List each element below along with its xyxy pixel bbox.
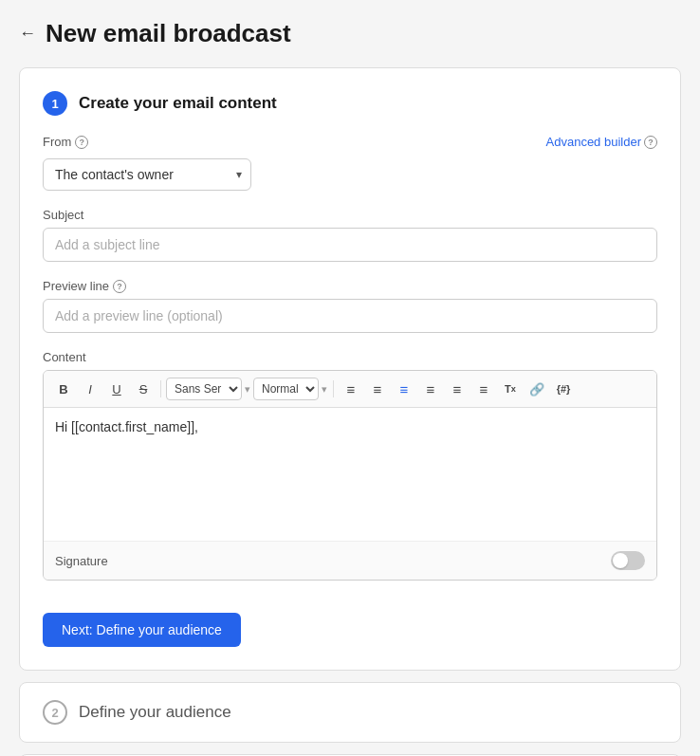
next-button[interactable]: Next: Define your audience — [43, 613, 241, 647]
align-left-button[interactable]: ≡ — [392, 377, 416, 401]
signature-bar: Signature — [44, 541, 656, 580]
step1-card: 1 Create your email content From ? Advan… — [19, 67, 681, 671]
toolbar-divider-1 — [160, 380, 161, 397]
back-button[interactable]: ← — [19, 24, 36, 44]
underline-button[interactable]: U — [104, 377, 129, 401]
editor-body[interactable]: Hi [[contact.first_name]], — [44, 408, 656, 541]
subject-label: Subject — [43, 208, 657, 222]
font-size-arrow: ▾ — [321, 383, 328, 396]
editor-container: B I U S Sans Serif Serif Monospace ▾ Nor… — [43, 370, 657, 581]
from-select-wrapper: The contact's owner Custom email ▾ — [43, 158, 251, 191]
strikethrough-button[interactable]: S — [131, 377, 156, 401]
toolbar-divider-2 — [333, 380, 334, 397]
subject-field-group: Subject — [43, 208, 657, 262]
align-right-button[interactable]: ≡ — [445, 377, 470, 401]
step2-card: 2 Define your audience — [19, 682, 681, 743]
subject-input[interactable] — [43, 228, 657, 262]
signature-label: Signature — [55, 554, 108, 568]
font-family-arrow: ▾ — [244, 383, 251, 396]
content-label: Content — [43, 350, 657, 364]
page-title: New email broadcast — [46, 19, 291, 48]
preview-line-label: Preview line ? — [43, 279, 657, 293]
signature-toggle[interactable] — [611, 551, 645, 570]
from-field-row: From ? Advanced builder ? — [43, 135, 657, 155]
step1-badge: 1 — [43, 91, 67, 116]
from-select[interactable]: The contact's owner Custom email — [43, 158, 251, 191]
content-field-group: Content B I U S Sans Serif Serif Monospa… — [43, 350, 657, 581]
ordered-list-button[interactable]: ≡ — [339, 377, 363, 401]
from-label: From ? — [43, 135, 88, 149]
step2-badge: 2 — [43, 700, 67, 725]
font-family-select[interactable]: Sans Serif Serif Monospace — [166, 378, 242, 400]
bold-button[interactable]: B — [51, 377, 76, 401]
unordered-list-button[interactable]: ≡ — [365, 377, 390, 401]
advanced-builder-link[interactable]: Advanced builder ? — [546, 135, 657, 149]
link-button[interactable]: 🔗 — [525, 377, 549, 401]
clear-format-button[interactable]: Tx — [498, 377, 523, 401]
preview-line-field-group: Preview line ? — [43, 279, 657, 333]
variable-button[interactable]: {#} — [551, 377, 576, 401]
font-size-select[interactable]: Normal Small Large Huge — [253, 378, 319, 400]
from-help-icon[interactable]: ? — [75, 136, 88, 149]
advanced-builder-help-icon[interactable]: ? — [644, 136, 657, 149]
editor-content: Hi [[contact.first_name]], — [55, 419, 198, 434]
step2-title: Define your audience — [79, 703, 231, 722]
step1-header: 1 Create your email content — [43, 91, 657, 116]
preview-line-help-icon[interactable]: ? — [113, 280, 126, 293]
from-field-group: From ? Advanced builder ? The contact's … — [43, 135, 657, 191]
editor-toolbar: B I U S Sans Serif Serif Monospace ▾ Nor… — [44, 371, 656, 408]
page-header: ← New email broadcast — [19, 19, 681, 48]
preview-line-input[interactable] — [43, 299, 657, 333]
indent-button[interactable]: ≡ — [471, 377, 496, 401]
align-center-button[interactable]: ≡ — [418, 377, 443, 401]
step1-title: Create your email content — [79, 94, 277, 113]
italic-button[interactable]: I — [78, 377, 102, 401]
